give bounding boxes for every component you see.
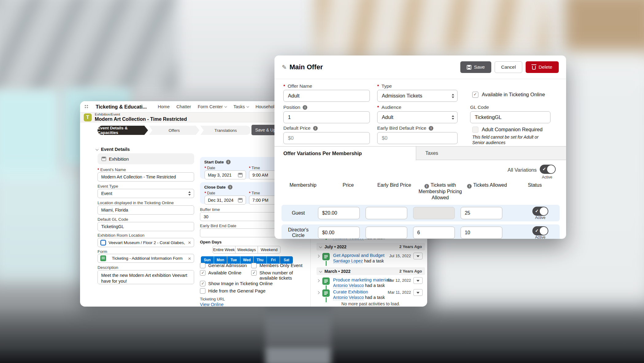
col-tickets-with-membership: Tickets with Membership Pricing Allowed — [416, 182, 464, 201]
row-actions-menu-button[interactable] — [413, 277, 423, 284]
info-icon[interactable] — [313, 126, 318, 131]
checkbox-show-number[interactable]: Show number of available tickets — [251, 270, 306, 281]
task-title-link[interactable]: Produce marketing materials — [333, 277, 392, 282]
expand-chevron-icon[interactable] — [317, 279, 320, 282]
person-link[interactable]: Antonio Velasco — [333, 295, 364, 300]
info-icon[interactable] — [429, 126, 433, 131]
delete-button[interactable]: Delete — [526, 61, 559, 73]
expand-chevron-icon[interactable] — [317, 291, 320, 294]
path-stage-event-details[interactable]: Event Details & Capacities — [98, 126, 148, 135]
chevron-down-icon — [247, 105, 249, 107]
early-bird-default-price-input[interactable] — [377, 132, 458, 144]
variation-row-directors-circle: Director's Circle Active — [282, 224, 560, 239]
path-stage-translations[interactable]: Translations — [200, 126, 251, 135]
all-variations-toggle[interactable] — [540, 165, 556, 174]
checkbox-general-admission[interactable]: General Admission — [200, 263, 247, 268]
event-type-select[interactable]: Event — [98, 189, 194, 198]
description-textarea[interactable]: Meet the new Modern Art exhibition Veeva… — [98, 270, 194, 284]
remove-room-icon[interactable] — [188, 240, 191, 245]
early-bird-price-input[interactable] — [366, 227, 407, 239]
path-stage-offers[interactable]: Offers — [149, 126, 200, 135]
price-input[interactable] — [318, 227, 360, 239]
start-time-label: Time — [249, 166, 260, 170]
chevron-down-icon — [224, 105, 227, 107]
offer-name-input[interactable] — [283, 90, 370, 102]
event-type-badge: Exhibition — [98, 153, 194, 164]
default-price-label: Default Price — [283, 125, 318, 131]
record-title: Modern Art Collection - Time Restricted — [95, 117, 187, 122]
close-date-label: Date — [205, 191, 215, 195]
nav-tab-form-center[interactable]: Form Center — [198, 104, 227, 109]
info-icon[interactable] — [467, 184, 472, 189]
tab-offer-variations[interactable]: Offer Variations Per Membership — [274, 147, 416, 160]
view-online-link[interactable]: View Online — [200, 302, 224, 307]
preset-weekend[interactable]: Weekend — [258, 246, 280, 253]
cancel-button[interactable]: Cancel — [495, 61, 522, 73]
app-launcher-icon[interactable] — [84, 105, 89, 109]
calendar-icon[interactable] — [238, 173, 243, 177]
event-type-label: Event Type — [98, 184, 118, 189]
checkbox-show-image[interactable]: Show Image in Ticketing Online — [200, 281, 273, 286]
person-link[interactable]: Antonio Velasco — [333, 283, 364, 288]
timeline-month-header-march[interactable]: March • 2022 2 Years Ago — [316, 267, 425, 275]
checkbox-checked-icon — [251, 270, 257, 276]
checkbox-hide-general-page[interactable]: Hide from the General Page — [200, 288, 266, 294]
relative-time: 2 Years Ago — [399, 244, 422, 249]
tab-taxes[interactable]: Taxes — [425, 147, 438, 160]
checkbox-members-only[interactable]: Members Only Event — [251, 263, 302, 268]
calendar-icon[interactable] — [238, 198, 243, 202]
event-details-section-header[interactable]: Event Details — [96, 147, 130, 152]
status-toggle[interactable] — [532, 226, 548, 235]
checkbox-checked-icon — [472, 92, 478, 98]
position-input[interactable] — [283, 111, 370, 123]
row-actions-menu-button[interactable] — [413, 253, 423, 259]
task-title-link[interactable]: Get Approval and Budget — [333, 253, 385, 258]
open-days-presets: Entire Week Weekdays Weekend — [213, 246, 281, 254]
nav-tab-chatter[interactable]: Chatter — [176, 104, 191, 109]
room-location-pill[interactable]: Veevart Museum / Floor 2 - Coral Glabes,… — [98, 238, 194, 247]
type-select[interactable]: Admission Tickets — [377, 90, 458, 102]
variations-table-header: Membership Price Early Bird Price Ticket… — [282, 182, 560, 201]
form-lookup-pill[interactable]: Ticketing - Additional Information Form — [98, 254, 194, 263]
expand-chevron-icon[interactable] — [317, 255, 320, 258]
close-date-input[interactable]: Dec 31, 2024 — [205, 196, 246, 204]
default-gl-code-input[interactable] — [98, 222, 194, 231]
location-input[interactable] — [98, 205, 194, 215]
default-price-input[interactable] — [283, 132, 370, 144]
audience-select[interactable]: Adult — [377, 111, 458, 123]
form-icon — [100, 255, 106, 261]
event-name-input[interactable] — [98, 172, 194, 182]
task-title-link[interactable]: Curate Exhibition — [333, 289, 368, 294]
save-button[interactable]: Save — [460, 61, 491, 73]
info-icon[interactable] — [226, 160, 231, 164]
checkbox-icon — [200, 263, 205, 268]
status-toggle[interactable] — [532, 207, 548, 216]
remove-form-icon[interactable] — [188, 256, 191, 261]
checkbox-available-in-ticketing-online[interactable]: Available in Ticketing Online — [472, 92, 545, 98]
gl-code-input[interactable] — [470, 111, 550, 123]
row-actions-menu-button[interactable] — [413, 289, 423, 296]
tickets-allowed-input[interactable] — [461, 207, 502, 219]
default-gl-code-label: Default GL Code — [98, 217, 128, 222]
variation-row-guest: Guest Active — [282, 205, 560, 221]
person-link[interactable]: Santiago Lopez — [333, 258, 363, 264]
col-status: Status — [510, 182, 560, 201]
info-icon[interactable] — [424, 184, 429, 189]
timeline-month-header-july[interactable]: July • 2022 2 Years Ago — [316, 243, 425, 250]
preset-entire-week[interactable]: Entire Week — [213, 246, 235, 253]
task-date: Mar 12, 2022 — [387, 278, 411, 283]
checkbox-available-online[interactable]: Available Online — [200, 270, 241, 276]
tickets-with-membership-input[interactable] — [413, 227, 455, 239]
nav-tab-home[interactable]: Home — [158, 104, 170, 109]
nav-tab-tasks[interactable]: Tasks — [233, 104, 249, 109]
info-icon[interactable] — [228, 185, 232, 189]
price-input[interactable] — [318, 207, 360, 219]
app-name: Ticketing & Educati... — [96, 104, 147, 110]
info-icon[interactable] — [303, 105, 307, 110]
tickets-allowed-input[interactable] — [461, 227, 502, 239]
start-date-input[interactable]: May 3, 2021 — [205, 170, 246, 179]
early-bird-price-input[interactable] — [366, 207, 407, 219]
preset-weekdays[interactable]: Weekdays — [235, 246, 258, 253]
checkbox-adult-companion-required[interactable]: Adult Companion Required — [472, 127, 542, 133]
col-price: Price — [324, 182, 372, 201]
